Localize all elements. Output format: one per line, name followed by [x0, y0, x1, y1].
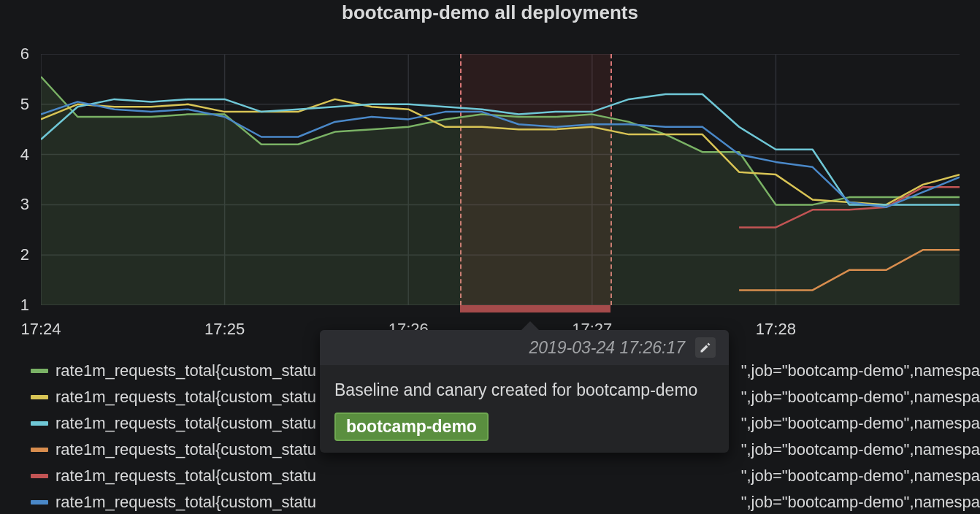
legend-item[interactable]: rate1m_requests_total{custom_statu ",job… — [31, 463, 980, 489]
plot-area[interactable] — [41, 54, 960, 305]
legend-label-right: ",job="bootcamp-demo",namespa — [741, 384, 980, 410]
legend-label: rate1m_requests_total{custom_statu — [55, 358, 316, 384]
y-axis: 123456 — [0, 54, 41, 305]
legend-swatch — [31, 395, 48, 399]
legend-swatch — [31, 369, 48, 373]
legend-label: rate1m_requests_total{custom_statu — [55, 489, 316, 514]
legend-label-right: ",job="bootcamp-demo",namespa — [741, 410, 980, 437]
tooltip-tag[interactable]: bootcamp-demo — [334, 413, 489, 441]
legend-label-right: ",job="bootcamp-demo",namespa — [741, 489, 980, 514]
y-tick: 4 — [20, 145, 29, 164]
tooltip-text: Baseline and canary created for bootcamp… — [320, 365, 729, 413]
annotation-tooltip: 2019-03-24 17:26:17 Baseline and canary … — [320, 330, 729, 453]
legend-swatch — [31, 500, 48, 505]
legend-label-right: ",job="bootcamp-demo",namespa — [741, 437, 980, 463]
legend-label-right: ",job="bootcamp-demo",namespa — [741, 463, 980, 489]
legend-item[interactable]: rate1m_requests_total{custom_statu ",job… — [31, 489, 980, 514]
legend-swatch — [31, 421, 48, 426]
annotation-marker-bar[interactable] — [460, 305, 610, 312]
chart-panel: bootcamp-demo all deployments 123456 17:… — [0, 0, 980, 514]
tooltip-timestamp: 2019-03-24 17:26:17 — [529, 338, 685, 358]
legend-label: rate1m_requests_total{custom_statu — [55, 437, 316, 463]
chart-lines — [41, 54, 960, 305]
legend-label: rate1m_requests_total{custom_statu — [55, 410, 316, 437]
y-tick: 6 — [20, 45, 29, 64]
y-tick: 3 — [20, 195, 29, 214]
legend-swatch — [31, 448, 48, 452]
tooltip-header: 2019-03-24 17:26:17 — [320, 330, 729, 365]
panel-title: bootcamp-demo all deployments — [0, 1, 980, 24]
legend-label: rate1m_requests_total{custom_statu — [55, 384, 316, 410]
pencil-icon[interactable] — [695, 337, 716, 358]
legend-label-right: ",job="bootcamp-demo",namespa — [741, 358, 980, 384]
x-tick: 17:25 — [204, 320, 245, 339]
y-tick: 1 — [20, 296, 29, 315]
y-tick: 2 — [20, 245, 29, 264]
y-tick: 5 — [20, 95, 29, 114]
legend-label: rate1m_requests_total{custom_statu — [55, 463, 316, 489]
x-tick: 17:24 — [20, 320, 61, 339]
x-tick: 17:28 — [756, 320, 796, 339]
legend-swatch — [31, 474, 48, 478]
